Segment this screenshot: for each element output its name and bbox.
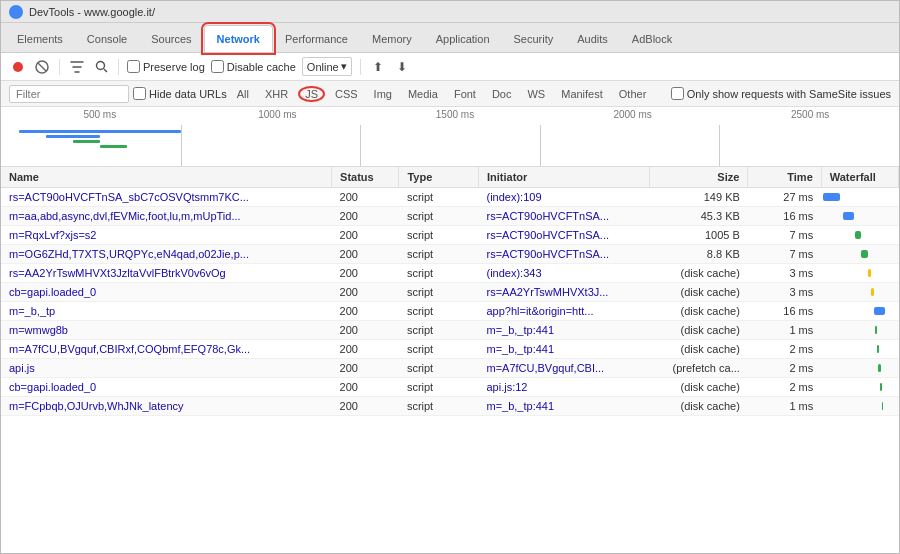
timeline-grid-line-2 bbox=[360, 125, 361, 166]
filter-js[interactable]: JS bbox=[298, 86, 325, 102]
cell-name: cb=gapi.loaded_0 bbox=[1, 378, 332, 397]
tab-audits[interactable]: Audits bbox=[565, 25, 620, 52]
cell-size: 1005 B bbox=[650, 226, 748, 245]
cell-status: 200 bbox=[332, 245, 399, 264]
table-row[interactable]: m=wmwg8b 200 script m=_b,_tp:441 (disk c… bbox=[1, 321, 899, 340]
preserve-log-text: Preserve log bbox=[143, 61, 205, 73]
table-row[interactable]: rs=AA2YrTswMHVXt3JzltaVvlFBtrkV0v6vOg 20… bbox=[1, 264, 899, 283]
waterfall-bar bbox=[855, 231, 861, 239]
waterfall-bar bbox=[877, 345, 879, 353]
record-dot bbox=[13, 62, 23, 72]
timeline-label-1: 500 ms bbox=[11, 109, 189, 120]
preserve-log-checkbox[interactable] bbox=[127, 60, 140, 73]
preserve-log-label[interactable]: Preserve log bbox=[127, 60, 205, 73]
cell-status: 200 bbox=[332, 264, 399, 283]
table-row[interactable]: api.js 200 script m=A7fCU,BVgquf,CBI... … bbox=[1, 359, 899, 378]
cell-waterfall bbox=[821, 264, 898, 283]
cell-waterfall bbox=[821, 207, 898, 226]
cell-size: (disk cache) bbox=[650, 378, 748, 397]
table-row[interactable]: m=RqxLvf?xjs=s2 200 script rs=ACT90oHVCF… bbox=[1, 226, 899, 245]
waterfall-bar bbox=[882, 402, 884, 410]
cell-initiator: api.js:12 bbox=[478, 378, 649, 397]
filter-img[interactable]: Img bbox=[368, 87, 398, 101]
clear-icon[interactable] bbox=[33, 58, 51, 76]
hide-data-urls-label[interactable]: Hide data URLs bbox=[133, 87, 227, 100]
search-icon[interactable] bbox=[92, 58, 110, 76]
disable-cache-checkbox[interactable] bbox=[211, 60, 224, 73]
table-row[interactable]: m=_b,_tp 200 script app?hl=it&origin=htt… bbox=[1, 302, 899, 321]
waterfall-bar bbox=[874, 307, 885, 315]
samesite-checkbox[interactable] bbox=[671, 87, 684, 100]
filter-manifest[interactable]: Manifest bbox=[555, 87, 609, 101]
filter-css[interactable]: CSS bbox=[329, 87, 364, 101]
filter-bar: Hide data URLs All XHR JS CSS Img Media … bbox=[1, 81, 899, 107]
cell-size: (disk cache) bbox=[650, 397, 748, 416]
table-row[interactable]: m=aa,abd,async,dvl,fEVMic,foot,lu,m,mUpT… bbox=[1, 207, 899, 226]
col-header-time[interactable]: Time bbox=[748, 167, 821, 188]
cell-initiator: m=A7fCU,BVgquf,CBI... bbox=[478, 359, 649, 378]
cell-time: 2 ms bbox=[748, 340, 821, 359]
cell-size: (disk cache) bbox=[650, 302, 748, 321]
col-header-size[interactable]: Size bbox=[650, 167, 748, 188]
requests-table-container[interactable]: Name Status Type Initiator Size Time Wat… bbox=[1, 167, 899, 553]
cell-status: 200 bbox=[332, 207, 399, 226]
timeline-req-bar-3 bbox=[73, 140, 100, 143]
tab-bar: Elements Console Sources Network Perform… bbox=[1, 23, 899, 53]
title-bar: DevTools - www.google.it/ bbox=[1, 1, 899, 23]
table-row[interactable]: m=OG6ZHd,T7XTS,URQPYc,eN4qad,o02Jie,p...… bbox=[1, 245, 899, 264]
col-header-name[interactable]: Name bbox=[1, 167, 332, 188]
cell-status: 200 bbox=[332, 397, 399, 416]
online-dropdown[interactable]: Online ▾ bbox=[302, 57, 352, 76]
waterfall-bar bbox=[880, 383, 882, 391]
timeline-area[interactable]: 500 ms 1000 ms 1500 ms 2000 ms 2500 ms bbox=[1, 107, 899, 167]
col-header-status[interactable]: Status bbox=[332, 167, 399, 188]
filter-doc[interactable]: Doc bbox=[486, 87, 518, 101]
cell-time: 16 ms bbox=[748, 302, 821, 321]
filter-icon[interactable] bbox=[68, 58, 86, 76]
hide-data-urls-checkbox[interactable] bbox=[133, 87, 146, 100]
tab-memory[interactable]: Memory bbox=[360, 25, 424, 52]
tab-sources[interactable]: Sources bbox=[139, 25, 203, 52]
tab-adblock[interactable]: AdBlock bbox=[620, 25, 684, 52]
filter-xhr[interactable]: XHR bbox=[259, 87, 294, 101]
filter-input[interactable] bbox=[9, 85, 129, 103]
table-row[interactable]: cb=gapi.loaded_0 200 script rs=AA2YrTswM… bbox=[1, 283, 899, 302]
filter-all[interactable]: All bbox=[231, 87, 255, 101]
disable-cache-label[interactable]: Disable cache bbox=[211, 60, 296, 73]
table-row[interactable]: cb=gapi.loaded_0 200 script api.js:12 (d… bbox=[1, 378, 899, 397]
table-body: rs=ACT90oHVCFTnSA_sbC7cOSVQtsmm7KC... 20… bbox=[1, 188, 899, 416]
filter-other[interactable]: Other bbox=[613, 87, 653, 101]
cell-type: script bbox=[399, 245, 479, 264]
table-row[interactable]: rs=ACT90oHVCFTnSA_sbC7cOSVQtsmm7KC... 20… bbox=[1, 188, 899, 207]
cell-status: 200 bbox=[332, 378, 399, 397]
cell-name: m=RqxLvf?xjs=s2 bbox=[1, 226, 332, 245]
import-har-icon[interactable] bbox=[369, 58, 387, 76]
chevron-down-icon: ▾ bbox=[341, 60, 347, 73]
record-icon[interactable] bbox=[9, 58, 27, 76]
waterfall-bar bbox=[871, 288, 874, 296]
col-header-waterfall[interactable]: Waterfall bbox=[821, 167, 898, 188]
table-row[interactable]: m=FCpbqb,OJUrvb,WhJNk_latency 200 script… bbox=[1, 397, 899, 416]
separator-2 bbox=[118, 59, 119, 75]
tab-performance[interactable]: Performance bbox=[273, 25, 360, 52]
filter-media[interactable]: Media bbox=[402, 87, 444, 101]
export-har-icon[interactable] bbox=[393, 58, 411, 76]
cell-initiator: rs=AA2YrTswMHVXt3J... bbox=[478, 283, 649, 302]
col-header-type[interactable]: Type bbox=[399, 167, 479, 188]
cell-status: 200 bbox=[332, 283, 399, 302]
filter-font[interactable]: Font bbox=[448, 87, 482, 101]
cell-time: 16 ms bbox=[748, 207, 821, 226]
filter-ws[interactable]: WS bbox=[521, 87, 551, 101]
tab-application[interactable]: Application bbox=[424, 25, 502, 52]
cell-waterfall bbox=[821, 283, 898, 302]
cell-name: cb=gapi.loaded_0 bbox=[1, 283, 332, 302]
tab-security[interactable]: Security bbox=[502, 25, 566, 52]
col-header-initiator[interactable]: Initiator bbox=[478, 167, 649, 188]
timeline-label-4: 2000 ms bbox=[544, 109, 722, 120]
cell-initiator: rs=ACT90oHVCFTnSA... bbox=[478, 226, 649, 245]
table-row[interactable]: m=A7fCU,BVgquf,CBIRxf,COQbmf,EFQ78c,Gk..… bbox=[1, 340, 899, 359]
tab-console[interactable]: Console bbox=[75, 25, 139, 52]
tab-network[interactable]: Network bbox=[204, 25, 273, 52]
cell-time: 2 ms bbox=[748, 359, 821, 378]
tab-elements[interactable]: Elements bbox=[5, 25, 75, 52]
